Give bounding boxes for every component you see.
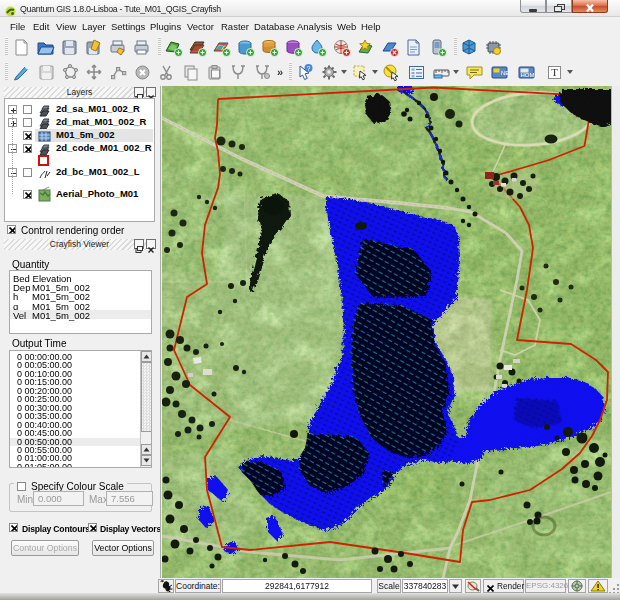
svg-text:NEW: NEW xyxy=(501,70,509,76)
svg-text:?: ? xyxy=(307,65,311,72)
svg-text:HOME: HOME xyxy=(521,72,537,78)
svg-text:T: T xyxy=(551,66,558,78)
